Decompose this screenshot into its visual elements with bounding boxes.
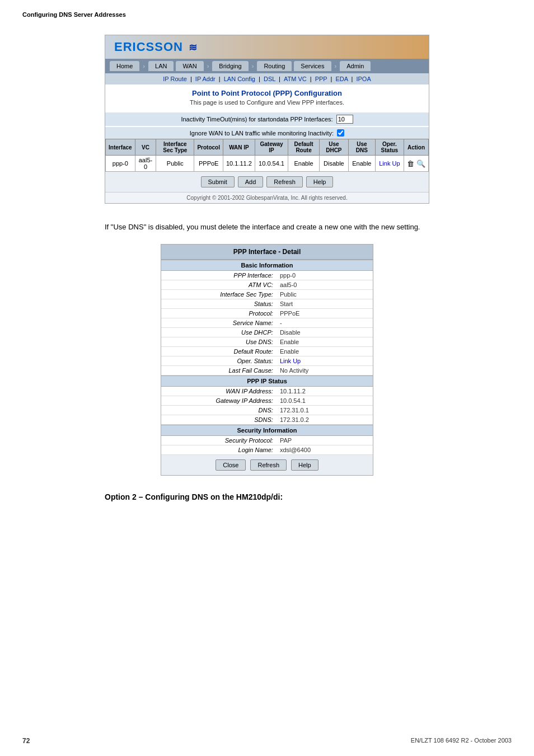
help-button-detail[interactable]: Help [291,459,318,471]
detail-title: PPP Interface - Detail [161,245,373,260]
router-header: ERICSSON ≋ [105,35,429,59]
col-gateway-ip: Gateway IP [255,139,288,156]
nav-routing[interactable]: Routing [257,61,292,71]
cell-use-dhcp: Disable [319,156,348,172]
nav-admin[interactable]: Admin [340,61,371,71]
cell-iface-sec-type: Public [156,156,194,172]
detail-row-status: Status: Start [161,299,373,309]
detail-buttons: Close Refresh Help [161,455,373,475]
ignore-wan-checkbox[interactable] [337,129,344,137]
nav-wan[interactable]: WAN [176,61,203,71]
sub-nav-iproute[interactable]: IP Route [163,76,187,82]
submit-button[interactable]: Submit [201,176,235,187]
col-vc: VC [135,139,156,156]
refresh-button[interactable]: Refresh [266,176,303,187]
detail-row-sdns: SDNS: 172.31.0.2 [161,415,373,425]
page-number: 72 [22,737,30,745]
sub-nav-dsl[interactable]: DSL [264,76,275,82]
detail-row-protocol: Protocol: PPPoE [161,309,373,318]
col-interface: Interface [106,139,135,156]
config-row: Inactivity TimeOut(mins) for startondata… [105,112,429,126]
nav-bridging[interactable]: Bridging [212,61,248,71]
detail-row-use-dns: Use DNS: Enable [161,337,373,347]
sub-nav-atmvc[interactable]: ATM VC [284,76,307,82]
config-label1: Inactivity TimeOut(mins) for startondata… [181,116,332,123]
detail-row-oper-status: Oper. Status: Link Up [161,356,373,366]
sub-nav-eda[interactable]: EDA [335,76,348,82]
bottom-buttons: Submit Add Refresh Help [105,172,429,192]
detail-row-ppp-interface: PPP Interface: ppp-0 [161,271,373,280]
col-protocol: Protocol [194,139,223,156]
cell-use-dns: Enable [348,156,375,172]
config-row2: Ignore WAN to LAN traffic while monitori… [105,127,429,139]
footer-doc-ref: EN/LZT 108 6492 R2 - October 2003 [411,737,512,745]
copyright-text: Copyright © 2001-2002 GlobespanVirata, I… [105,192,429,203]
nav-lan[interactable]: LAN [148,61,174,71]
sub-nav-ipoa[interactable]: IPOA [356,76,371,82]
detail-row-wan-ip: WAN IP Address: 10.1.11.2 [161,387,373,396]
config-label2: Ignore WAN to LAN traffic while monitori… [190,130,334,137]
detail-row-use-dhcp: Use DHCP: Disable [161,328,373,337]
detail-row-atm-vc: ATM VC: aal5-0 [161,280,373,290]
sub-nav-ipaddr[interactable]: IP Addr [195,76,216,82]
nav-services[interactable]: Services [294,61,331,71]
sub-nav-ppp[interactable]: PPP [315,76,327,82]
detail-row-last-fail: Last Fail Cause: No Activity [161,366,373,375]
detail-row-iface-sec-type: Interface Sec Type: Public [161,290,373,299]
edit-icon[interactable]: 🔍 [416,159,425,168]
nav-home[interactable]: Home [110,61,139,71]
detail-row-service-name: Service Name: - [161,318,373,328]
sub-nav-lanconfig[interactable]: LAN Config [224,76,255,82]
detail-row-gateway-ip: Gateway IP Address: 10.0.54.1 [161,396,373,406]
col-iface-sec-type: Interface Sec Type [156,139,194,156]
timeout-input[interactable] [336,115,353,124]
detail-row-default-route: Default Route: Enable [161,347,373,356]
add-button[interactable]: Add [238,176,264,187]
router-ui-box: ERICSSON ≋ Home › LAN WAN › Bridging › R… [105,35,429,204]
cell-action: 🗑 🔍 [404,156,428,172]
detail-row-security-protocol: Security Protocol: PAP [161,436,373,445]
cell-oper-status: Link Up [375,156,404,172]
detail-row-dns: DNS: 172.31.0.1 [161,406,373,415]
action-icons: 🗑 🔍 [407,159,425,168]
page-subtitle: This page is used to Configure and View … [110,99,424,106]
help-button[interactable]: Help [306,176,334,187]
sub-nav: IP Route | IP Addr | LAN Config | DSL | … [105,73,429,84]
content-area: ERICSSON ≋ Home › LAN WAN › Bridging › R… [22,35,512,507]
section-basic-info: Basic Information [161,260,373,271]
ericsson-logo: ERICSSON ≋ [112,40,198,54]
refresh-button-detail[interactable]: Refresh [250,459,287,471]
col-use-dns: Use DNS [348,139,375,156]
cell-interface: ppp-0 [106,156,135,172]
page-title-main: Point to Point Protocol (PPP) Configurat… [110,89,424,97]
delete-icon[interactable]: 🗑 [407,159,414,168]
description-text: If "Use DNS" is disabled, you must delet… [105,222,429,233]
col-use-dhcp: Use DHCP [319,139,348,156]
cell-vc: aal5-0 [135,156,156,172]
detail-row-login-name: Login Name: xdsl@6400 [161,445,373,455]
cell-default-route: Enable [288,156,320,172]
page-footer: 72 EN/LZT 108 6492 R2 - October 2003 [22,737,512,745]
col-wan-ip: WAN IP [223,139,255,156]
col-action: Action [404,139,428,156]
table-row: ppp-0 aal5-0 Public PPPoE 10.1.11.2 10.0… [106,156,429,172]
option-heading: Option 2 – Configuring DNS on the HM210d… [105,492,429,501]
close-button[interactable]: Close [216,459,246,471]
page-header: Configuring DNS Server Addresses [22,11,512,18]
col-oper-status: Oper. Status [375,139,404,156]
ppp-table: Interface VC Interface Sec Type Protocol… [105,139,429,172]
col-default-route: Default Route [288,139,320,156]
detail-box: PPP Interface - Detail Basic Information… [161,244,373,476]
section-security-info: Security Information [161,425,373,436]
nav-bar: Home › LAN WAN › Bridging › Routing Serv… [105,59,429,73]
page-title-area: Point to Point Protocol (PPP) Configurat… [105,84,429,110]
cell-gateway-ip: 10.0.54.1 [255,156,288,172]
cell-wan-ip: 10.1.11.2 [223,156,255,172]
section-ppp-ip-status: PPP IP Status [161,375,373,387]
cell-protocol: PPPoE [194,156,223,172]
